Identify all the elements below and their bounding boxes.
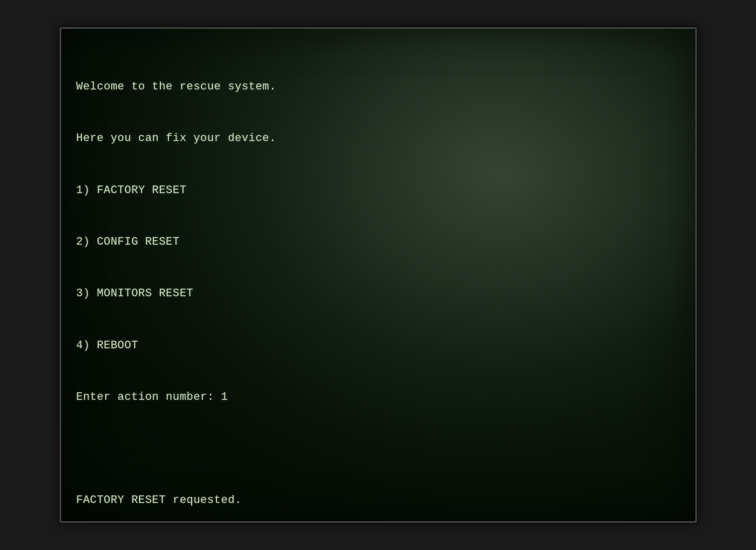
terminal-output: Welcome to the rescue system. Here you c… [76, 44, 675, 523]
terminal-line-5: 3) MONITORS RESET [76, 285, 675, 302]
terminal-line-8: FACTORY RESET requested. [76, 492, 675, 509]
terminal-line-3: 1) FACTORY RESET [76, 182, 675, 199]
terminal-line-2: Here you can fix your device. [76, 130, 675, 147]
terminal-screen: Welcome to the rescue system. Here you c… [60, 27, 697, 523]
terminal-line-1: Welcome to the rescue system. [76, 78, 675, 96]
terminal-line-6: 4) REBOOT [76, 337, 675, 354]
terminal-line-7: Enter action number: 1 [76, 389, 675, 406]
terminal-line-4: 2) CONFIG RESET [76, 234, 675, 251]
terminal-line-empty-1 [76, 440, 675, 457]
